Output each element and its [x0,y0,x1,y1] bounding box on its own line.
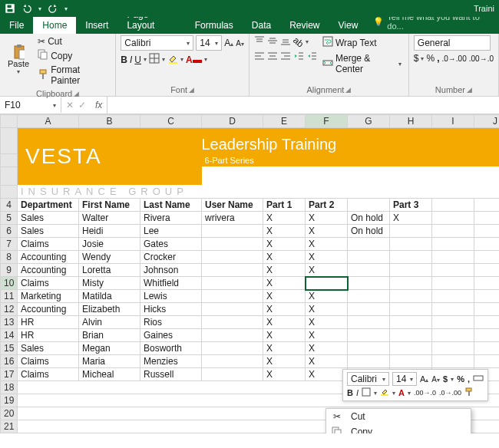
align-top-icon[interactable] [254,35,265,48]
increase-decimal-icon[interactable]: .0→.00 [442,54,467,63]
row-9[interactable]: 9 [1,264,18,277]
cell[interactable]: Russell [140,368,202,381]
cell[interactable] [390,225,432,238]
font-family-select[interactable]: Calibri▾ [121,35,193,51]
cell[interactable]: HR [18,329,79,342]
cell[interactable]: Loretta [79,264,140,277]
cell[interactable] [348,264,390,277]
cell[interactable]: Walter [79,212,140,225]
wrap-text-button[interactable]: Wrap Text [320,35,404,50]
row-18[interactable]: 18 [1,381,18,394]
italic-button[interactable]: I [130,54,132,65]
cell[interactable] [390,329,432,342]
cell[interactable] [202,290,263,303]
paste-button[interactable]: Paste▾ [5,35,32,87]
cell[interactable] [348,238,390,251]
cell[interactable]: X [263,225,306,238]
cell[interactable] [474,342,500,355]
cell[interactable]: Alvin [79,316,140,329]
cell[interactable]: Heidi [79,225,140,238]
enter-icon[interactable]: ✓ [78,100,86,110]
format-painter-icon[interactable] [464,387,474,398]
tab-data[interactable]: Data [243,17,280,34]
cell[interactable] [202,329,263,342]
cell[interactable] [390,303,432,316]
cell[interactable]: X [263,342,306,355]
cell[interactable]: X [263,355,306,368]
row-7[interactable]: 7 [1,238,18,251]
fill-color-icon[interactable] [167,53,178,66]
cell[interactable] [202,264,263,277]
cell[interactable]: X [306,290,348,303]
cell[interactable]: X [263,329,306,342]
cell-marquee[interactable]: On hold [348,225,390,238]
cell[interactable]: X [263,368,306,381]
select-all[interactable] [1,115,18,128]
col-D[interactable]: D [202,115,263,128]
decrease-decimal-icon[interactable]: .00→.0 [414,389,436,397]
format-painter-button[interactable]: Format Painter [35,64,111,87]
cell[interactable] [432,238,474,251]
cell[interactable]: Rivera [140,212,202,225]
cell[interactable]: X [306,368,348,381]
cell[interactable]: Elizabeth [79,303,140,316]
row-5[interactable]: 5 [1,212,18,225]
cell[interactable]: Sales [18,342,79,355]
ctx-copy[interactable]: Copy [326,424,471,433]
increase-font-icon[interactable]: A▴ [420,374,428,384]
row-20[interactable]: 20 [1,407,18,420]
increase-decimal-icon[interactable]: .0→.00 [439,389,461,397]
cell[interactable] [432,329,474,342]
cell[interactable] [348,290,390,303]
cell[interactable]: Maria [79,355,140,368]
cell[interactable] [432,277,474,290]
col-F[interactable]: F [306,115,348,128]
align-right-icon[interactable] [280,51,291,64]
align-center-icon[interactable] [267,51,278,64]
copy-button[interactable]: Copy [35,48,111,63]
cell[interactable]: wrivera [202,212,263,225]
cell[interactable]: X [263,251,306,264]
cell-selected[interactable] [306,277,348,290]
percent-icon[interactable]: % [426,53,435,64]
cell[interactable] [474,212,500,225]
cell[interactable] [474,199,500,212]
row-21[interactable]: 21 [1,420,18,433]
cell[interactable] [348,329,390,342]
cell[interactable] [432,355,474,368]
cell[interactable]: Claims [18,277,79,290]
cell[interactable] [348,342,390,355]
cell[interactable]: Department [18,199,79,212]
cancel-icon[interactable]: ✕ [66,100,74,110]
cell[interactable] [348,199,390,212]
mini-italic[interactable]: I [356,388,359,397]
row-2[interactable] [1,153,18,166]
cell[interactable] [390,290,432,303]
row-17[interactable]: 17 [1,368,18,381]
cut-button[interactable]: ✂Cut [35,35,111,48]
merge-icon[interactable] [473,373,484,385]
decrease-font-icon[interactable]: A▾ [236,39,244,48]
cell[interactable] [390,316,432,329]
cell[interactable] [348,251,390,264]
cell[interactable]: Menzies [140,355,202,368]
row-4[interactable]: 4 [1,199,18,212]
cell[interactable]: Matilda [79,290,140,303]
cell[interactable] [432,303,474,316]
cell[interactable]: X [306,212,348,225]
cell[interactable] [432,316,474,329]
cell[interactable]: Claims [18,355,79,368]
number-format-select[interactable]: General [414,35,491,51]
cell[interactable]: X [306,355,348,368]
tab-file[interactable]: File [0,17,33,34]
cell[interactable]: Last Name [140,199,202,212]
cell[interactable]: Sales [18,225,79,238]
cell[interactable]: X [306,264,348,277]
borders-icon[interactable] [149,53,160,66]
cell[interactable]: Part 2 [306,199,348,212]
save-icon[interactable] [5,3,15,14]
dialog-launcher-icon[interactable]: ◢ [467,86,472,94]
merge-center-button[interactable]: Merge & Center▾ [320,52,404,75]
tab-insert[interactable]: Insert [76,17,117,34]
cell[interactable]: X [306,303,348,316]
